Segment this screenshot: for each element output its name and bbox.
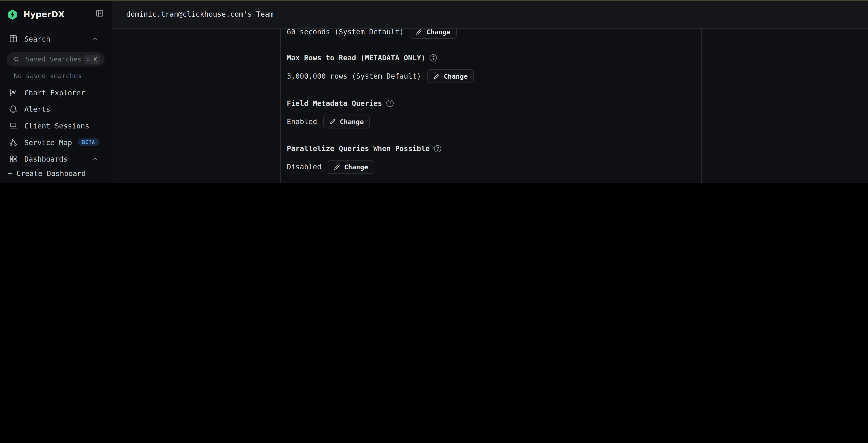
app-root: HyperDX Search ⌘ K No saved searches Cha… [0, 0, 868, 183]
change-button[interactable]: Change [323, 115, 370, 128]
brand-name: HyperDX [23, 9, 65, 20]
beta-badge: BETA [78, 139, 99, 146]
topbar: dominic.tran@clickhouse.com's Team [112, 0, 868, 29]
change-button[interactable]: Change [427, 69, 474, 83]
help-icon[interactable]: ? [434, 145, 441, 152]
saved-searches-input-wrap[interactable]: ⌘ K [7, 52, 105, 66]
saved-searches-input[interactable] [25, 55, 84, 64]
pencil-icon [433, 73, 440, 80]
chevron-up-icon[interactable] [92, 156, 98, 162]
setting-value: 3,000,000 rows (System Default) [287, 72, 421, 80]
chevron-up-icon[interactable] [92, 35, 98, 42]
pencil-icon [334, 164, 340, 170]
search-icon [13, 56, 20, 63]
window-top-border [0, 0, 868, 1]
create-dashboard-button[interactable]: + Create Dashboard [8, 169, 86, 178]
sidebar-item-label: Service Map [25, 138, 72, 146]
collapse-sidebar-icon[interactable] [95, 9, 104, 18]
laptop-icon [9, 121, 18, 130]
pencil-icon [416, 29, 423, 35]
sidebar-item-dashboards[interactable]: Dashboards [0, 151, 112, 167]
sidebar-item-label: Chart Explorer [25, 88, 85, 96]
search-section-icon [9, 34, 18, 43]
setting-value: Enabled [287, 118, 317, 126]
help-icon[interactable]: ? [430, 54, 437, 61]
pencil-icon [329, 118, 336, 125]
brand: HyperDX [7, 7, 106, 22]
no-saved-searches-text: No saved searches [14, 72, 82, 80]
sidebar-item-label: Client Sessions [25, 122, 89, 130]
shortcut-badge: ⌘ K [84, 55, 100, 64]
dashboards-icon [9, 154, 18, 164]
sidebar-item-label: Dashboards [25, 155, 68, 163]
setting-label: Field Metadata Queries [287, 99, 382, 108]
sidebar-item-label: Alerts [25, 105, 51, 113]
bell-icon [9, 105, 18, 114]
page-title: dominic.tran@clickhouse.com's Team [126, 10, 274, 18]
setting-label: Max Rows to Read (METADATA ONLY) [287, 54, 426, 62]
service-map-icon [9, 138, 18, 147]
sidebar-item-service-map[interactable]: Service Map BETA [0, 134, 112, 151]
setting-value: 60 seconds (System Default) [287, 28, 404, 36]
sidebar-item-client-sessions[interactable]: Client Sessions [0, 118, 112, 134]
setting-label: Parallelize Queries When Possible [287, 145, 430, 153]
sidebar-item-search[interactable]: Search [0, 30, 112, 47]
help-icon[interactable]: ? [386, 100, 394, 107]
hyperdx-logo-icon [7, 8, 18, 21]
setting-value: Disabled [287, 163, 321, 171]
sidebar-item-label: Search [25, 34, 51, 43]
sidebar-item-chart-explorer[interactable]: Chart Explorer [0, 84, 112, 101]
sidebar: HyperDX Search ⌘ K No saved searches Cha… [0, 0, 113, 183]
chart-explorer-icon [9, 88, 18, 97]
sidebar-item-alerts[interactable]: Alerts [0, 101, 112, 118]
change-button[interactable]: Change [328, 160, 374, 174]
